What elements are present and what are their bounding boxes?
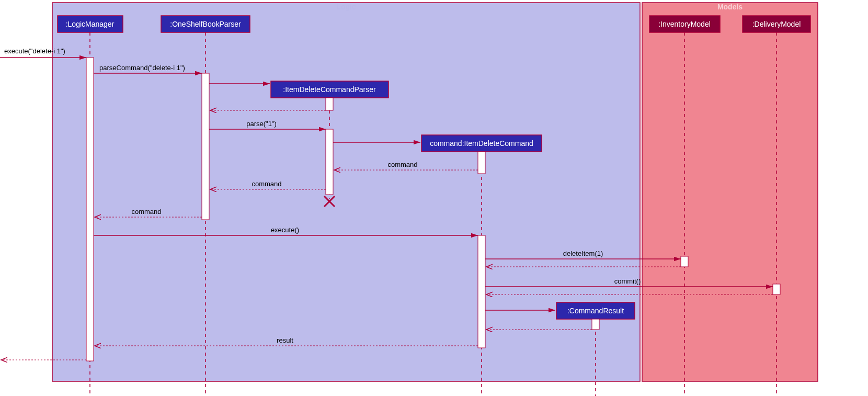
svg-text::OneShelfBookParser: :OneShelfBookParser: [170, 20, 241, 28]
msg-label: parseCommand("delete-i 1"): [99, 64, 185, 72]
svg-text::LogicManager: :LogicManager: [66, 20, 115, 28]
activation: [86, 58, 94, 361]
svg-text::CommandResult: :CommandResult: [567, 307, 624, 315]
svg-text:command:ItemDeleteCommand: command:ItemDeleteCommand: [430, 139, 533, 148]
msg-label: command: [252, 180, 281, 188]
msg-label: deleteItem(1): [563, 250, 603, 257]
msg-label: execute("delete-i 1"): [4, 47, 65, 55]
msg-label: commit(): [614, 277, 641, 285]
msg-label: command: [131, 208, 161, 216]
msg-label: parse("1"): [246, 120, 277, 128]
lifeline-inventorymodel: :InventoryModel: [649, 16, 720, 32]
activation: [326, 129, 333, 195]
activation: [773, 284, 780, 295]
activation: [326, 98, 333, 110]
models-box: [642, 3, 818, 381]
lifeline-logicmanager: :LogicManager: [58, 16, 123, 32]
lifeline-deliverymodel: :DeliveryModel: [743, 16, 810, 32]
activation: [478, 235, 485, 348]
msg-label: result: [277, 336, 293, 344]
activation: [202, 73, 209, 220]
lifeline-itemdeletecommandparser: :ItemDeleteCommandParser: [271, 81, 389, 98]
logic-box-label: Logic: [336, 3, 356, 11]
svg-text::DeliveryModel: :DeliveryModel: [752, 20, 801, 28]
activation: [478, 152, 485, 174]
msg-label: execute(): [271, 226, 299, 234]
svg-text::ItemDeleteCommandParser: :ItemDeleteCommandParser: [283, 85, 376, 94]
activation: [681, 256, 688, 267]
lifeline-itemdeletecommand: command:ItemDeleteCommand: [421, 135, 542, 152]
activation: [592, 319, 599, 330]
svg-text::InventoryModel: :InventoryModel: [658, 20, 711, 28]
logic-box: [52, 3, 640, 381]
msg-label: command: [387, 161, 417, 168]
lifeline-oneshelfbookparser: :OneShelfBookParser: [161, 16, 250, 32]
models-box-label: Models: [717, 3, 743, 11]
lifeline-commandresult: :CommandResult: [556, 302, 635, 319]
